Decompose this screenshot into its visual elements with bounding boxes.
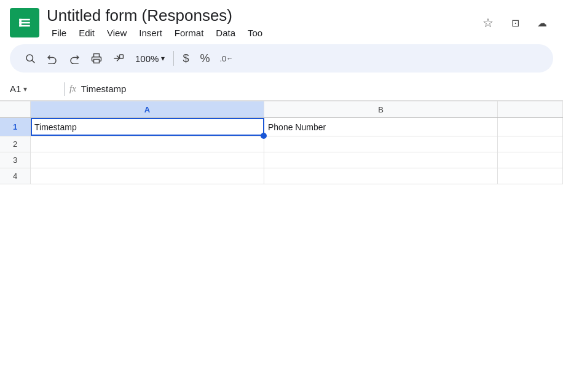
grid-row-1: 1 Timestamp Phone Number <box>0 118 563 136</box>
cell-a3[interactable] <box>31 152 264 168</box>
zoom-value: 100% <box>135 53 159 64</box>
cell-ref-dropdown-icon: ▾ <box>23 85 27 93</box>
formula-bar: A1 ▾ fx Timestamp <box>0 77 563 101</box>
title-icons: ☆ ⊡ ☁ <box>477 12 553 34</box>
svg-rect-7 <box>94 60 100 63</box>
document-title[interactable]: Untitled form (Responses) <box>47 6 470 25</box>
row-number-4[interactable]: 4 <box>0 168 31 184</box>
decimal-label: .0 <box>219 54 226 63</box>
undo-button[interactable] <box>42 48 63 69</box>
spreadsheet-grid: A B 1 Timestamp Phone Number 2 3 4 <box>0 101 563 184</box>
column-headers: A B <box>0 101 563 118</box>
title-bar: Untitled form (Responses) File Edit View… <box>0 0 563 39</box>
cell-b4[interactable] <box>264 168 498 184</box>
app-icon <box>10 8 39 37</box>
move-button[interactable]: ⊡ <box>504 12 526 34</box>
menu-view[interactable]: View <box>102 26 132 39</box>
menu-edit[interactable]: Edit <box>74 26 100 39</box>
cell-c2[interactable] <box>498 136 563 152</box>
cell-b1-value: Phone Number <box>268 122 326 132</box>
cell-a4[interactable] <box>31 168 264 184</box>
cell-a2[interactable] <box>31 136 264 152</box>
cloud-button[interactable]: ☁ <box>531 12 553 34</box>
cell-b3[interactable] <box>264 152 498 168</box>
row-num-corner <box>0 101 31 117</box>
grid-row-2: 2 <box>0 136 563 152</box>
cell-b2[interactable] <box>264 136 498 152</box>
decimal-arrow-icon: ← <box>226 55 233 62</box>
menu-format[interactable]: Format <box>170 26 209 39</box>
redo-button[interactable] <box>64 48 85 69</box>
fx-label: fx <box>69 84 76 94</box>
column-header-a[interactable]: A <box>31 101 264 117</box>
zoom-control[interactable]: 100% ▾ <box>130 51 170 66</box>
title-section: Untitled form (Responses) File Edit View… <box>47 6 470 39</box>
cell-c1[interactable] <box>498 118 563 136</box>
row-number-2[interactable]: 2 <box>0 136 31 152</box>
cell-b1[interactable]: Phone Number <box>264 118 498 136</box>
menu-bar: File Edit View Insert Format Data Too <box>47 26 470 39</box>
paint-format-button[interactable] <box>108 48 129 69</box>
currency-button[interactable]: $ <box>178 48 194 69</box>
column-header-b[interactable]: B <box>264 101 498 117</box>
svg-line-6 <box>32 61 34 63</box>
formula-value[interactable]: Timestamp <box>81 84 553 94</box>
zoom-arrow-icon: ▾ <box>161 54 165 63</box>
svg-point-5 <box>26 55 33 61</box>
menu-file[interactable]: File <box>47 26 71 39</box>
cell-ref-label: A1 <box>10 84 21 94</box>
grid-row-3: 3 <box>0 152 563 168</box>
formula-bar-divider <box>64 82 65 96</box>
menu-data[interactable]: Data <box>211 26 240 39</box>
cell-c3[interactable] <box>498 152 563 168</box>
toolbar: 100% ▾ $ % .0 ← <box>10 44 553 73</box>
svg-rect-8 <box>120 55 124 58</box>
cell-reference[interactable]: A1 ▾ <box>10 84 59 94</box>
menu-tools[interactable]: Too <box>243 26 267 39</box>
cell-a1[interactable]: Timestamp <box>31 118 264 136</box>
row-number-1[interactable]: 1 <box>0 118 31 136</box>
grid-row-4: 4 <box>0 168 563 184</box>
column-header-c[interactable] <box>498 101 563 117</box>
cell-a1-value: Timestamp <box>34 122 77 132</box>
svg-rect-4 <box>19 19 22 27</box>
search-button[interactable] <box>20 48 41 69</box>
percent-button[interactable]: % <box>195 48 215 69</box>
row-number-3[interactable]: 3 <box>0 152 31 168</box>
cell-c4[interactable] <box>498 168 563 184</box>
decimal-button[interactable]: .0 ← <box>216 48 237 69</box>
print-button[interactable] <box>86 48 107 69</box>
menu-insert[interactable]: Insert <box>134 26 167 39</box>
toolbar-divider <box>173 51 174 66</box>
star-button[interactable]: ☆ <box>477 12 499 34</box>
